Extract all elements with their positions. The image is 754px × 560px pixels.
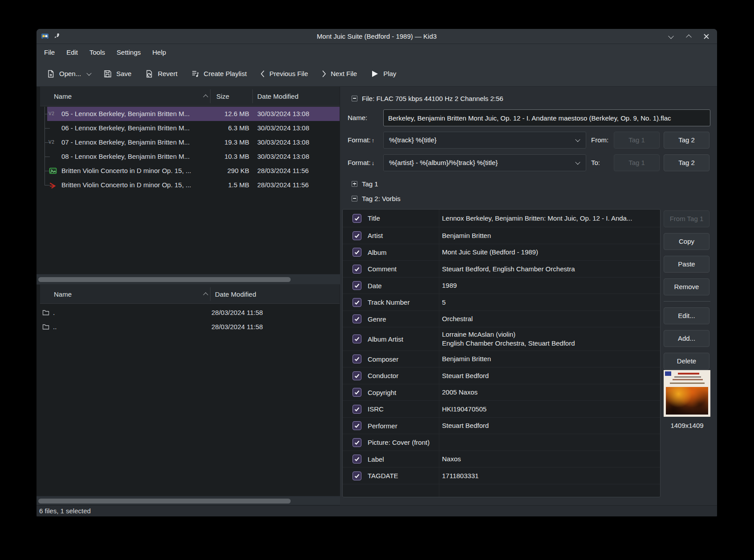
open-dropdown-arrow[interactable] (87, 72, 91, 76)
file-row[interactable]: Britten Violin Concerto in D minor Op. 1… (36, 178, 340, 192)
collapse-icon[interactable] (352, 196, 357, 201)
menu-item-help[interactable]: Help (146, 44, 172, 61)
delete-button[interactable]: Delete (664, 353, 709, 370)
window-title: Mont Juic Suite (Bedford - 1989) — Kid3 (36, 29, 717, 44)
tag-checkbox[interactable] (353, 281, 361, 290)
tag-field-label: Genre (368, 311, 386, 327)
file-size: 6.3 MB (188, 121, 249, 135)
dir-row[interactable]: ..28/03/2024 11:58 (36, 320, 340, 334)
cover-text-line (670, 383, 705, 384)
tag-row[interactable]: PerformerSteuart Bedford (343, 418, 660, 434)
format-up-tag1-button[interactable]: Tag 1 (614, 132, 660, 149)
file-row[interactable]: Britten Violin Concerto in D minor Op. 1… (36, 164, 340, 178)
tag-row[interactable]: GenreOrchestral (343, 311, 660, 327)
scrollbar-thumb[interactable] (38, 277, 291, 282)
play-button[interactable]: Play (370, 70, 396, 78)
play-button-label: Play (383, 70, 396, 77)
tag-checkbox[interactable] (353, 298, 361, 307)
tag-row[interactable]: CommentSteuart Bedford, English Chamber … (343, 261, 660, 278)
menu-item-tools[interactable]: Tools (84, 44, 111, 61)
file-row[interactable]: 06 - Lennox Berkeley, Benjamin Britten M… (36, 121, 340, 135)
scrollbar-thumb[interactable] (38, 499, 291, 504)
menu-item-file[interactable]: File (38, 44, 61, 61)
column-divider[interactable] (210, 89, 211, 103)
tag-checkbox[interactable] (353, 388, 361, 397)
tag-checkbox[interactable] (353, 231, 361, 240)
kid3-window: Mont Juic Suite (Bedford - 1989) — Kid3 … (36, 29, 717, 516)
tag-checkbox[interactable] (353, 405, 361, 414)
tag-checkbox[interactable] (353, 214, 361, 223)
edit-button[interactable]: Edit... (664, 307, 709, 324)
check-icon (354, 389, 360, 395)
format-down-tag1-button[interactable]: Tag 1 (614, 154, 660, 171)
file-row[interactable]: V207 - Lennox Berkeley, Benjamin Britten… (36, 135, 340, 149)
tag-checkbox[interactable] (353, 438, 361, 447)
revert-button[interactable]: Revert (145, 69, 177, 78)
tag-checkbox[interactable] (353, 471, 361, 480)
tag-checkbox[interactable] (353, 455, 361, 463)
tag-row[interactable]: Copyright2005 Naxos (343, 384, 660, 401)
column-divider[interactable] (252, 89, 253, 103)
remove-button[interactable]: Remove (664, 278, 709, 295)
filename-input[interactable] (383, 109, 710, 126)
tag-row[interactable]: ISRCHKI190470505 (343, 401, 660, 418)
horizontal-scrollbar-2[interactable] (36, 496, 340, 505)
tag2-section-header[interactable]: Tag 2: Vorbis (352, 194, 401, 203)
format-up-tag2-button[interactable]: Tag 2 (664, 132, 709, 149)
copy-button[interactable]: Copy (664, 233, 709, 250)
expand-icon[interactable] (352, 181, 357, 187)
next-file-button[interactable]: Next File (321, 69, 357, 78)
tag-field-value: 2005 Naxos (442, 384, 657, 400)
from-tag-1-button[interactable]: From Tag 1 (664, 210, 709, 227)
menu-item-edit[interactable]: Edit (61, 44, 84, 61)
add-button[interactable]: Add... (664, 330, 709, 347)
collapse-icon[interactable] (352, 96, 357, 101)
tag-row[interactable]: ConductorSteuart Bedford (343, 367, 660, 384)
tag-checkbox[interactable] (353, 334, 361, 343)
create-playlist-button[interactable]: Create Playlist (191, 69, 247, 78)
tag-row[interactable]: Date1989 (343, 278, 660, 294)
tag-row[interactable]: ArtistBenjamin Britten (343, 227, 660, 244)
tag-row[interactable]: TitleLennox Berkeley, Benjamin Britten: … (343, 209, 660, 227)
tag-row[interactable]: Album ArtistLorraine McAslan (violin) En… (343, 327, 660, 351)
tag-row[interactable]: LabelNaxos (343, 451, 660, 467)
column-header-name[interactable]: Name (54, 87, 72, 106)
tag-row[interactable]: Track Number5 (343, 294, 660, 311)
to-label: To: (591, 154, 600, 171)
format-down-tag2-button[interactable]: Tag 2 (664, 154, 709, 171)
dir-row[interactable]: .28/03/2024 11:58 (36, 306, 340, 320)
maximize-button[interactable] (685, 33, 692, 40)
tag1-section-header[interactable]: Tag 1 (352, 179, 378, 188)
minimize-button[interactable] (667, 33, 674, 40)
album-art-thumbnail[interactable] (664, 370, 710, 417)
close-button[interactable] (703, 33, 710, 40)
tag-row[interactable]: AlbumMont Juic Suite (Bedford - 1989) (343, 244, 660, 261)
horizontal-scrollbar[interactable] (36, 274, 340, 285)
tag-row[interactable]: ComposerBenjamin Britten (343, 351, 660, 367)
format-down-combobox[interactable]: %{artist} - %{album}/%{track} %{title} (383, 154, 586, 171)
column-divider[interactable] (210, 287, 211, 301)
tag-row[interactable]: TAGDATE1711803331 (343, 467, 660, 484)
open-button[interactable]: Open... (46, 69, 81, 78)
format-up-combobox[interactable]: %{track} %{title} (383, 132, 586, 149)
tag-checkbox[interactable] (353, 355, 361, 363)
paste-button[interactable]: Paste (664, 256, 709, 273)
column-header-date-modified[interactable]: Date Modified (215, 285, 256, 304)
file-date: 28/03/2024 11:56 (257, 178, 309, 192)
save-button[interactable]: Save (103, 69, 131, 78)
tag-checkbox[interactable] (353, 371, 361, 380)
column-header-date-modified[interactable]: Date Modified (257, 87, 299, 106)
previous-file-button[interactable]: Previous File (260, 69, 308, 78)
menu-item-settings[interactable]: Settings (111, 44, 146, 61)
titlebar[interactable]: Mont Juic Suite (Bedford - 1989) — Kid3 (36, 29, 717, 44)
tag-checkbox[interactable] (353, 314, 361, 323)
tag-checkbox[interactable] (353, 248, 361, 257)
column-header-name[interactable]: Name (54, 285, 72, 304)
tag-row[interactable]: Picture: Cover (front) (343, 434, 660, 451)
tag-checkbox[interactable] (353, 265, 361, 274)
tag-checkbox[interactable] (353, 421, 361, 430)
file-row[interactable]: 08 - Lennox Berkeley, Benjamin Britten M… (36, 149, 340, 164)
file-row[interactable]: V205 - Lennox Berkeley, Benjamin Britten… (36, 107, 340, 121)
column-header-size[interactable]: Size (216, 87, 229, 106)
file-info-header[interactable]: File: FLAC 705 kbps 44100 Hz 2 Channels … (352, 94, 503, 103)
